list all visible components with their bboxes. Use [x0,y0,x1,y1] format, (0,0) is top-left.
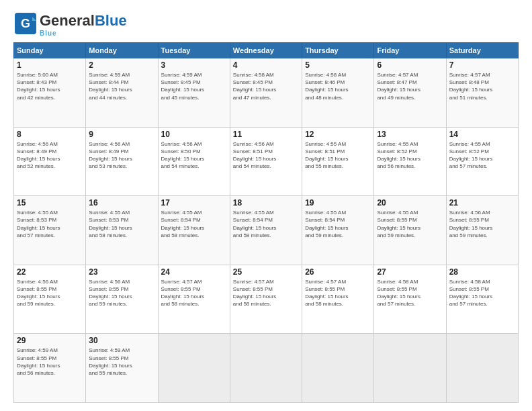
page: G GeneralBlue Blue SundayMondayTuesdayWe… [0,0,532,411]
calendar-cell: 6Sunrise: 4:57 AM Sunset: 8:47 PM Daylig… [374,58,446,128]
day-number: 9 [89,130,154,139]
calendar-cell [446,334,518,403]
logo-icon: G [13,11,38,36]
logo: G GeneralBlue Blue [13,12,127,37]
calendar-cell: 7Sunrise: 4:57 AM Sunset: 8:48 PM Daylig… [446,58,518,128]
day-info: Sunrise: 4:59 AM Sunset: 8:45 PM Dayligh… [161,71,227,101]
logo-blue-text: Blue [95,12,127,30]
day-number: 26 [305,267,371,277]
day-number: 16 [89,198,154,208]
calendar-cell: 13Sunrise: 4:55 AM Sunset: 8:52 PM Dayli… [374,127,446,196]
weekday-header: Friday [374,43,446,58]
day-info: Sunrise: 4:58 AM Sunset: 8:45 PM Dayligh… [233,71,299,101]
calendar-cell: 9Sunrise: 4:56 AM Sunset: 8:49 PM Daylig… [86,127,158,196]
day-number: 25 [233,267,299,277]
day-info: Sunrise: 4:57 AM Sunset: 8:48 PM Dayligh… [449,71,515,101]
calendar-cell: 27Sunrise: 4:58 AM Sunset: 8:55 PM Dayli… [374,265,446,334]
calendar-cell [158,334,230,403]
calendar-cell: 28Sunrise: 4:58 AM Sunset: 8:55 PM Dayli… [446,265,518,334]
day-number: 17 [161,198,227,208]
calendar-week-row: 1Sunrise: 5:00 AM Sunset: 8:43 PM Daylig… [14,58,519,128]
calendar-table: SundayMondayTuesdayWednesdayThursdayFrid… [13,42,519,403]
day-info: Sunrise: 4:55 AM Sunset: 8:52 PM Dayligh… [449,140,515,171]
day-info: Sunrise: 4:58 AM Sunset: 8:46 PM Dayligh… [305,71,371,101]
day-info: Sunrise: 4:56 AM Sunset: 8:49 PM Dayligh… [17,140,83,171]
calendar-cell: 26Sunrise: 4:57 AM Sunset: 8:55 PM Dayli… [302,265,374,334]
calendar-cell: 18Sunrise: 4:55 AM Sunset: 8:54 PM Dayli… [230,196,302,265]
calendar-week-row: 22Sunrise: 4:56 AM Sunset: 8:55 PM Dayli… [14,265,519,334]
day-number: 20 [377,198,443,208]
day-number: 27 [377,267,443,277]
day-info: Sunrise: 4:58 AM Sunset: 8:55 PM Dayligh… [449,278,515,308]
header: G GeneralBlue Blue [13,12,519,37]
weekday-header: Monday [86,43,158,58]
day-info: Sunrise: 4:57 AM Sunset: 8:47 PM Dayligh… [377,71,443,101]
calendar-cell: 20Sunrise: 4:55 AM Sunset: 8:55 PM Dayli… [374,196,446,265]
day-info: Sunrise: 4:55 AM Sunset: 8:52 PM Dayligh… [377,140,443,171]
day-info: Sunrise: 4:56 AM Sunset: 8:49 PM Dayligh… [89,140,154,171]
calendar-cell: 14Sunrise: 4:55 AM Sunset: 8:52 PM Dayli… [446,127,518,196]
calendar-cell: 16Sunrise: 4:55 AM Sunset: 8:53 PM Dayli… [86,196,158,265]
day-number: 30 [89,336,154,345]
day-info: Sunrise: 4:55 AM Sunset: 8:54 PM Dayligh… [233,209,299,239]
calendar-cell [374,334,446,403]
day-info: Sunrise: 4:56 AM Sunset: 8:50 PM Dayligh… [161,140,227,171]
day-number: 2 [89,60,154,70]
day-info: Sunrise: 4:55 AM Sunset: 8:53 PM Dayligh… [17,209,83,239]
day-info: Sunrise: 4:55 AM Sunset: 8:55 PM Dayligh… [377,209,443,239]
calendar-cell: 5Sunrise: 4:58 AM Sunset: 8:46 PM Daylig… [302,58,374,128]
day-number: 11 [233,130,299,139]
calendar-cell: 29Sunrise: 4:59 AM Sunset: 8:55 PM Dayli… [14,334,86,403]
calendar-cell: 23Sunrise: 4:56 AM Sunset: 8:55 PM Dayli… [86,265,158,334]
day-number: 4 [233,60,299,70]
calendar-cell: 8Sunrise: 4:56 AM Sunset: 8:49 PM Daylig… [14,127,86,196]
calendar-cell: 19Sunrise: 4:55 AM Sunset: 8:54 PM Dayli… [302,196,374,265]
calendar-cell: 1Sunrise: 5:00 AM Sunset: 8:43 PM Daylig… [14,58,86,128]
day-info: Sunrise: 4:57 AM Sunset: 8:55 PM Dayligh… [161,278,227,308]
header-row: SundayMondayTuesdayWednesdayThursdayFrid… [14,43,519,58]
day-info: Sunrise: 4:57 AM Sunset: 8:55 PM Dayligh… [305,278,371,308]
day-info: Sunrise: 4:59 AM Sunset: 8:44 PM Dayligh… [89,71,154,101]
day-number: 13 [377,130,443,139]
day-number: 21 [449,198,515,208]
calendar-cell: 30Sunrise: 4:59 AM Sunset: 8:55 PM Dayli… [86,334,158,403]
calendar-cell: 22Sunrise: 4:56 AM Sunset: 8:55 PM Dayli… [14,265,86,334]
day-number: 23 [89,267,154,277]
day-number: 18 [233,198,299,208]
day-info: Sunrise: 4:59 AM Sunset: 8:55 PM Dayligh… [89,347,154,377]
calendar-cell: 2Sunrise: 4:59 AM Sunset: 8:44 PM Daylig… [86,58,158,128]
day-info: Sunrise: 4:55 AM Sunset: 8:54 PM Dayligh… [161,209,227,239]
calendar-cell [230,334,302,403]
calendar-week-row: 8Sunrise: 4:56 AM Sunset: 8:49 PM Daylig… [14,127,519,196]
day-info: Sunrise: 4:56 AM Sunset: 8:51 PM Dayligh… [233,140,299,171]
calendar-cell: 21Sunrise: 4:56 AM Sunset: 8:55 PM Dayli… [446,196,518,265]
day-number: 28 [449,267,515,277]
weekday-header: Thursday [302,43,374,58]
day-number: 12 [305,130,371,139]
weekday-header: Sunday [14,43,86,58]
day-number: 15 [17,198,83,208]
day-number: 7 [449,60,515,70]
day-number: 3 [161,60,227,70]
weekday-header: Saturday [446,43,518,58]
calendar-cell: 3Sunrise: 4:59 AM Sunset: 8:45 PM Daylig… [158,58,230,128]
logo-general-text: General [40,12,95,30]
calendar-week-row: 15Sunrise: 4:55 AM Sunset: 8:53 PM Dayli… [14,196,519,265]
day-number: 8 [17,130,83,139]
calendar-cell: 10Sunrise: 4:56 AM Sunset: 8:50 PM Dayli… [158,127,230,196]
day-info: Sunrise: 4:56 AM Sunset: 8:55 PM Dayligh… [17,278,83,308]
day-info: Sunrise: 4:55 AM Sunset: 8:54 PM Dayligh… [305,209,371,239]
day-number: 29 [17,336,83,345]
calendar-cell [302,334,374,403]
weekday-header: Tuesday [158,43,230,58]
calendar-cell: 15Sunrise: 4:55 AM Sunset: 8:53 PM Dayli… [14,196,86,265]
svg-text:G: G [21,17,30,30]
day-number: 22 [17,267,83,277]
day-info: Sunrise: 4:55 AM Sunset: 8:53 PM Dayligh… [89,209,154,239]
calendar-cell: 24Sunrise: 4:57 AM Sunset: 8:55 PM Dayli… [158,265,230,334]
day-info: Sunrise: 4:58 AM Sunset: 8:55 PM Dayligh… [377,278,443,308]
weekday-header: Wednesday [230,43,302,58]
day-info: Sunrise: 5:00 AM Sunset: 8:43 PM Dayligh… [17,71,83,101]
day-number: 10 [161,130,227,139]
calendar-cell: 25Sunrise: 4:57 AM Sunset: 8:55 PM Dayli… [230,265,302,334]
